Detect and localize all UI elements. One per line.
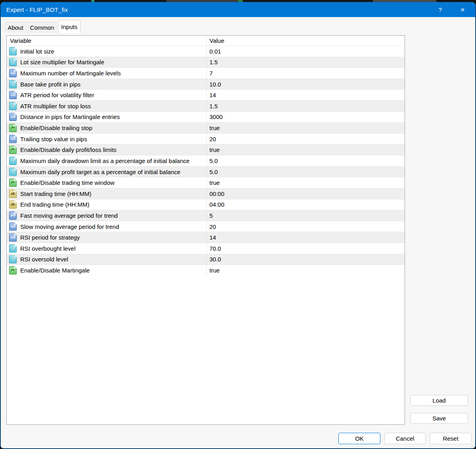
variable-value[interactable]: 14: [209, 92, 216, 98]
load-button[interactable]: Load: [410, 395, 468, 406]
table-row[interactable]: ½ Maximum daily profit target as a perce…: [7, 166, 405, 177]
table-row[interactable]: 123 Maximum number of Martingale levels …: [7, 67, 405, 79]
variable-name: Slow moving average period for trend: [20, 223, 119, 230]
variable-value[interactable]: true: [209, 146, 220, 153]
double-type-icon: ½: [9, 244, 17, 253]
column-header-variable[interactable]: Variable: [7, 36, 206, 46]
table-row[interactable]: ½ ATR multiplier for stop loss 1.5: [7, 100, 405, 111]
variable-name: Enable/Disable daily profit/loss limits: [20, 146, 117, 153]
table-row[interactable]: ½ RSI oversold level 30.0: [7, 254, 405, 265]
inputs-table: Variable Value ½ Initial lot size 0.01 ½…: [6, 35, 405, 425]
tab-about[interactable]: About: [5, 22, 26, 33]
table-row[interactable]: Enable/Disable trailing stop true: [7, 122, 405, 133]
variable-value[interactable]: 20: [209, 136, 216, 142]
variable-value[interactable]: 20: [209, 223, 216, 230]
variable-value[interactable]: 7: [209, 70, 213, 77]
variable-value[interactable]: 5: [209, 212, 213, 219]
variable-name: Enable/Disable trailing stop: [20, 125, 92, 131]
table-row[interactable]: ab End trading time (HH:MM) 04:00: [7, 199, 405, 210]
string-type-icon: ab: [9, 190, 17, 198]
save-button[interactable]: Save: [410, 413, 468, 424]
table-row[interactable]: ½ Lot size multiplier for Martingale 1.5: [7, 57, 405, 68]
cancel-button-label: Cancel: [396, 435, 415, 442]
help-button[interactable]: ?: [432, 2, 449, 17]
save-button-label: Save: [432, 415, 446, 422]
tab-common[interactable]: Common: [28, 22, 56, 33]
boolean-type-icon: [9, 266, 17, 274]
variable-name: RSI period for strategy: [20, 234, 80, 241]
boolean-type-icon: [9, 124, 17, 132]
integer-type-icon: 123: [9, 223, 17, 231]
ok-button-label: OK: [355, 435, 364, 442]
table-row[interactable]: 123 Distance in pips for Martingale entr…: [7, 111, 405, 123]
variable-name: Initial lot size: [20, 48, 54, 55]
variable-value[interactable]: 10.0: [209, 81, 221, 88]
variable-value[interactable]: true: [209, 267, 220, 274]
variable-name: Start trading time (HH:MM): [20, 190, 91, 197]
variable-value[interactable]: 5.0: [209, 157, 218, 164]
table-row[interactable]: ½ Base take profit in pips 10.0: [7, 79, 405, 90]
variable-name: Maximum daily drawdown limit as a percen…: [20, 157, 190, 164]
variable-name: Enable/Disable trading time window: [20, 179, 115, 186]
variable-name: ATR period for volatility filter: [20, 92, 94, 98]
variable-value[interactable]: 70.0: [209, 245, 221, 252]
variable-value[interactable]: 1.5: [209, 103, 218, 109]
resize-grip[interactable]: [470, 443, 474, 447]
variable-name: Maximum daily profit target as a percent…: [20, 169, 180, 175]
variable-name: RSI oversold level: [20, 256, 68, 263]
integer-type-icon: 123: [9, 113, 17, 121]
double-type-icon: ½: [9, 168, 17, 176]
table-row[interactable]: ab Start trading time (HH:MM) 00:00: [7, 188, 405, 199]
cancel-button[interactable]: Cancel: [384, 433, 426, 444]
variable-value[interactable]: 5.0: [209, 169, 218, 175]
double-type-icon: ½: [9, 157, 17, 165]
double-type-icon: ½: [9, 255, 17, 263]
integer-type-icon: 123: [9, 211, 17, 220]
table-row[interactable]: 123 Trailing stop value in pips 20: [7, 133, 405, 144]
variable-value[interactable]: 04:00: [209, 201, 225, 208]
tab-label: Inputs: [61, 23, 77, 30]
titlebar[interactable]: Expert - FLIP_BOT_fix: [1, 2, 475, 17]
table-row[interactable]: ½ Initial lot size 0.01: [7, 46, 405, 57]
table-row[interactable]: Enable/Disable trading time window true: [7, 177, 405, 188]
variable-value[interactable]: 30.0: [209, 256, 221, 263]
variable-name: Base take profit in pips: [20, 81, 81, 88]
variable-value[interactable]: true: [209, 179, 220, 186]
ok-button[interactable]: OK: [338, 433, 380, 444]
variable-name: Fast moving average period for trend: [20, 212, 118, 219]
variable-value[interactable]: 14: [209, 234, 216, 241]
window-title: Expert - FLIP_BOT_fix: [1, 6, 68, 13]
integer-type-icon: 123: [9, 91, 17, 99]
double-type-icon: ½: [9, 102, 17, 110]
variable-name: Lot size multiplier for Martingale: [20, 59, 104, 65]
variable-name: RSI overbought level: [20, 245, 75, 252]
integer-type-icon: 123: [9, 135, 17, 143]
table-row[interactable]: 123 RSI period for strategy 14: [7, 232, 405, 243]
tab-label: About: [8, 24, 23, 31]
table-row[interactable]: 123 Slow moving average period for trend…: [7, 221, 405, 232]
integer-type-icon: 123: [9, 69, 17, 77]
close-button[interactable]: ✕: [454, 2, 471, 17]
table-row[interactable]: 123 Fast moving average period for trend…: [7, 210, 405, 221]
variable-name: End trading time (HH:MM): [20, 201, 89, 208]
column-header-value[interactable]: Value: [206, 36, 405, 46]
variable-value[interactable]: 0.01: [209, 48, 221, 55]
boolean-type-icon: [9, 146, 17, 154]
double-type-icon: ½: [9, 47, 17, 56]
variable-name: Maximum number of Martingale levels: [20, 70, 121, 77]
variable-name: Trailing stop value in pips: [20, 136, 87, 142]
table-row[interactable]: Enable/Disable Martingale true: [7, 265, 405, 276]
table-row[interactable]: 123 ATR period for volatility filter 14: [7, 89, 405, 100]
reset-button[interactable]: Reset: [430, 433, 472, 444]
expert-properties-dialog: Expert - FLIP_BOT_fix ? ✕ About Common I…: [0, 2, 476, 449]
variable-value[interactable]: 3000: [209, 113, 223, 120]
variable-name: ATR multiplier for stop loss: [20, 103, 91, 109]
variable-value[interactable]: 00:00: [209, 190, 225, 197]
variable-name: Enable/Disable Martingale: [20, 267, 90, 274]
variable-value[interactable]: true: [209, 125, 220, 131]
table-row[interactable]: ½ RSI overbought level 70.0: [7, 243, 405, 254]
tab-inputs[interactable]: Inputs: [58, 20, 81, 33]
table-row[interactable]: Enable/Disable daily profit/loss limits …: [7, 144, 405, 155]
table-row[interactable]: ½ Maximum daily drawdown limit as a perc…: [7, 155, 405, 166]
variable-value[interactable]: 1.5: [209, 59, 218, 65]
